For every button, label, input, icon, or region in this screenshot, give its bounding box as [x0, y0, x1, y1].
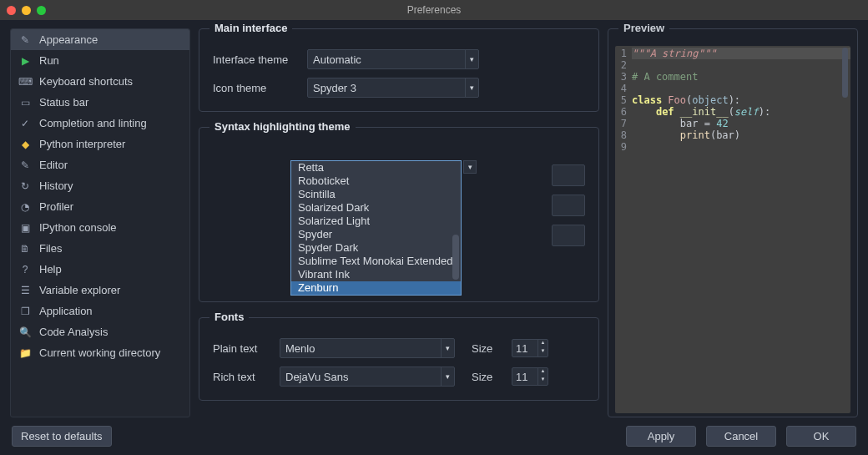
interface-theme-value: Automatic: [313, 53, 361, 66]
sidebar-item-help[interactable]: ?Help: [11, 259, 189, 280]
theme-option[interactable]: Spyder: [291, 228, 461, 241]
chevron-down-icon: ▾: [441, 339, 454, 357]
theme-option[interactable]: Retta: [291, 161, 461, 174]
chevron-down-icon: ▾: [468, 163, 472, 171]
syntax-side-button-2[interactable]: [552, 195, 585, 216]
theme-option[interactable]: Scintilla: [291, 188, 461, 201]
interface-theme-select[interactable]: Automatic ▾: [307, 49, 479, 69]
reset-defaults-button[interactable]: Reset to defaults: [12, 426, 112, 447]
code-line: 2: [615, 59, 850, 71]
brush-icon: ✎: [19, 34, 31, 46]
code-preview: 1"""A string"""23# A comment45class Foo(…: [615, 46, 850, 413]
sidebar-item-label: Current working directory: [39, 346, 160, 359]
stepper-down-icon[interactable]: ▼: [538, 348, 548, 356]
theme-option[interactable]: Roboticket: [291, 174, 461, 188]
preview-title: Preview: [618, 22, 669, 34]
sidebar-item-label: Help: [39, 263, 62, 276]
sidebar-item-editor[interactable]: ✎Editor: [11, 154, 189, 175]
rich-text-font-select[interactable]: DejaVu Sans ▾: [280, 367, 455, 387]
close-window-button[interactable]: [7, 6, 16, 15]
sidebar-item-profiler[interactable]: ◔Profiler: [11, 196, 189, 217]
line-number: 9: [615, 141, 632, 153]
sidebar-item-keyboard-shortcuts[interactable]: ⌨Keyboard shortcuts: [11, 71, 189, 92]
play-icon: ▶: [19, 55, 31, 67]
sidebar-item-code-analysis[interactable]: 🔍Code Analysis: [11, 321, 189, 342]
stepper-up-icon[interactable]: ▲: [538, 340, 548, 348]
sidebar-item-appearance[interactable]: ✎Appearance: [11, 29, 189, 50]
sidebar-item-label: Run: [39, 54, 59, 67]
sidebar-item-label: Profiler: [39, 200, 73, 213]
chevron-down-icon: ▾: [465, 78, 478, 97]
line-number: 4: [615, 83, 632, 94]
scrollbar-thumb[interactable]: [452, 235, 459, 280]
help-icon: ?: [19, 264, 31, 276]
apply-button[interactable]: Apply: [626, 426, 696, 447]
sidebar-item-label: Application: [39, 305, 93, 317]
plain-size-value: 11: [516, 342, 527, 355]
code-line: 9: [615, 141, 850, 153]
sidebar-item-label: History: [39, 179, 73, 192]
plain-text-font-value: Menlo: [285, 342, 315, 355]
sidebar-item-completion-and-linting[interactable]: ✓Completion and linting: [11, 113, 189, 134]
line-number: 3: [615, 71, 632, 83]
cancel-button[interactable]: Cancel: [706, 426, 776, 447]
code-line: 6 def __init__(self):: [615, 106, 850, 118]
sidebar-item-application[interactable]: ❐Application: [11, 301, 189, 321]
theme-option[interactable]: Sublime Text Monokai Extended: [291, 255, 461, 268]
sidebar: ✎Appearance▶Run⌨Keyboard shortcuts▭Statu…: [10, 28, 190, 417]
plain-text-font-select[interactable]: Menlo ▾: [280, 338, 455, 358]
rich-size-input[interactable]: 11 ▲▼: [512, 367, 548, 386]
syntax-side-button-3[interactable]: [552, 225, 585, 246]
sidebar-item-label: Keyboard shortcuts: [39, 75, 133, 88]
panel-title: Main interface: [209, 22, 292, 34]
theme-option[interactable]: Vibrant Ink: [291, 268, 461, 281]
theme-option[interactable]: Solarized Light: [291, 215, 461, 228]
code-text: print(bar): [632, 129, 850, 141]
syntax-theme-listbox[interactable]: RettaRoboticketScintillaSolarized DarkSo…: [290, 160, 462, 296]
plain-size-input[interactable]: 11 ▲▼: [512, 339, 548, 357]
sidebar-item-ipython-console[interactable]: ▣IPython console: [11, 217, 189, 238]
icon-theme-label: Icon theme: [213, 82, 300, 94]
sidebar-item-label: Status bar: [39, 96, 88, 109]
python-icon: ◆: [19, 139, 31, 150]
content-area: Main interface Interface theme Automatic…: [199, 28, 599, 417]
syntax-theme-combo-button[interactable]: ▾: [463, 160, 477, 174]
minimize-window-button[interactable]: [22, 6, 31, 15]
sidebar-item-label: Variable explorer: [39, 284, 120, 296]
theme-option[interactable]: Zenburn: [291, 281, 461, 295]
sidebar-item-run[interactable]: ▶Run: [11, 50, 189, 71]
sidebar-item-variable-explorer[interactable]: ☰Variable explorer: [11, 280, 189, 301]
sidebar-item-label: Editor: [39, 159, 68, 171]
theme-option[interactable]: Solarized Dark: [291, 201, 461, 215]
sidebar-item-history[interactable]: ↻History: [11, 175, 189, 196]
code-line: 5class Foo(object):: [615, 94, 850, 106]
keyboard-icon: ⌨: [19, 76, 31, 88]
sidebar-item-files[interactable]: 🗎Files: [11, 238, 189, 259]
line-number: 7: [615, 118, 632, 129]
code-text: # A comment: [632, 71, 850, 83]
code-line: 1"""A string""": [615, 48, 850, 59]
list-icon: ☰: [19, 285, 31, 296]
line-number: 8: [615, 129, 632, 141]
pencil-icon: ✎: [19, 159, 31, 171]
zoom-window-button[interactable]: [37, 6, 46, 15]
sidebar-item-label: Python interpreter: [39, 138, 125, 150]
rich-size-value: 11: [516, 371, 527, 383]
icon-theme-select[interactable]: Spyder 3 ▾: [307, 78, 479, 98]
code-text: [632, 141, 850, 153]
sidebar-item-python-interpreter[interactable]: ◆Python interpreter: [11, 134, 189, 154]
monitor-icon: ▭: [19, 97, 31, 109]
interface-theme-label: Interface theme: [213, 53, 300, 66]
theme-option[interactable]: Spyder Dark: [291, 241, 461, 255]
code-text: class Foo(object):: [632, 94, 850, 106]
ok-button[interactable]: OK: [786, 426, 856, 447]
syntax-side-button-1[interactable]: [552, 164, 585, 186]
stepper-down-icon[interactable]: ▼: [538, 377, 548, 385]
line-number: 6: [615, 106, 632, 118]
chevron-down-icon: ▾: [465, 50, 478, 68]
stepper-up-icon[interactable]: ▲: [538, 368, 548, 377]
panel-title: Syntax highlighting theme: [209, 120, 356, 133]
sidebar-item-status-bar[interactable]: ▭Status bar: [11, 92, 189, 113]
scrollbar-thumb[interactable]: [842, 48, 848, 98]
sidebar-item-current-working-directory[interactable]: 📁Current working directory: [11, 342, 189, 363]
